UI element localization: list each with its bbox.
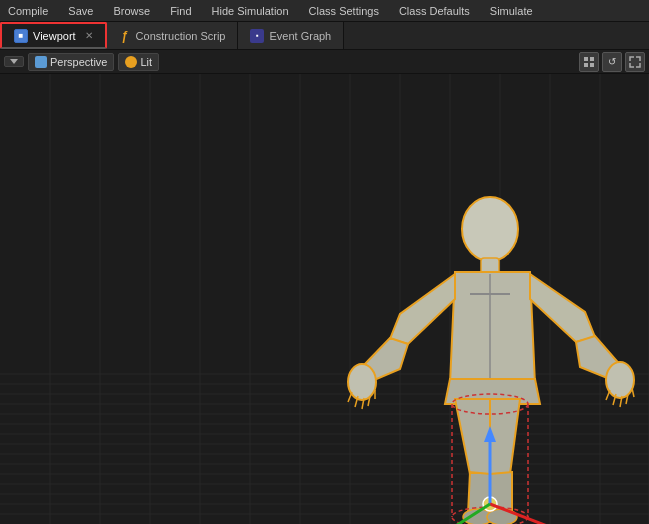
lit-label: Lit: [140, 56, 152, 68]
refresh-icon: ↺: [608, 56, 616, 67]
menu-find[interactable]: Find: [166, 3, 195, 19]
menu-simulate[interactable]: Simulate: [486, 3, 537, 19]
svg-rect-3: [590, 63, 594, 67]
perspective-icon: [35, 56, 47, 68]
viewport-toolbar: Perspective Lit ↺: [0, 50, 649, 74]
tab-viewport-close[interactable]: ✕: [85, 30, 93, 41]
dropdown-arrow-icon: [10, 59, 18, 64]
lit-button[interactable]: Lit: [118, 53, 159, 71]
svg-rect-2: [584, 63, 588, 67]
perspective-button[interactable]: Perspective: [28, 53, 114, 71]
viewport-area[interactable]: [0, 74, 649, 524]
menu-compile[interactable]: Compile: [4, 3, 52, 19]
lit-icon: [125, 56, 137, 68]
menu-class-settings[interactable]: Class Settings: [305, 3, 383, 19]
viewport-tab-icon: ■: [14, 29, 28, 43]
perspective-label: Perspective: [50, 56, 107, 68]
menu-save[interactable]: Save: [64, 3, 97, 19]
tab-event-graph[interactable]: ▪ Event Graph: [238, 22, 344, 49]
tab-viewport[interactable]: ■ Viewport ✕: [0, 22, 107, 49]
svg-rect-0: [584, 57, 588, 61]
tab-construction[interactable]: ƒ Construction Scrip: [107, 22, 239, 49]
tab-event-label: Event Graph: [269, 30, 331, 42]
tab-viewport-label: Viewport: [33, 30, 76, 42]
grid-icon: [583, 56, 595, 68]
menu-browse[interactable]: Browse: [109, 3, 154, 19]
grid-icon-button[interactable]: [579, 52, 599, 72]
viewport-scene: [0, 74, 649, 524]
svg-point-33: [462, 197, 518, 261]
tabs-row: ■ Viewport ✕ ƒ Construction Scrip ▪ Even…: [0, 22, 649, 50]
svg-point-37: [348, 364, 376, 400]
svg-point-43: [606, 362, 634, 398]
menu-hide-simulation[interactable]: Hide Simulation: [208, 3, 293, 19]
tab-construction-label: Construction Scrip: [136, 30, 226, 42]
view-mode-dropdown[interactable]: [4, 56, 24, 67]
maximize-icon: [629, 56, 641, 68]
refresh-button[interactable]: ↺: [602, 52, 622, 72]
construction-tab-icon: ƒ: [119, 30, 131, 42]
event-tab-icon: ▪: [250, 29, 264, 43]
menu-bar: Compile Save Browse Find Hide Simulation…: [0, 0, 649, 22]
svg-rect-1: [590, 57, 594, 61]
toolbar-right: ↺: [579, 52, 645, 72]
maximize-button[interactable]: [625, 52, 645, 72]
menu-class-defaults[interactable]: Class Defaults: [395, 3, 474, 19]
